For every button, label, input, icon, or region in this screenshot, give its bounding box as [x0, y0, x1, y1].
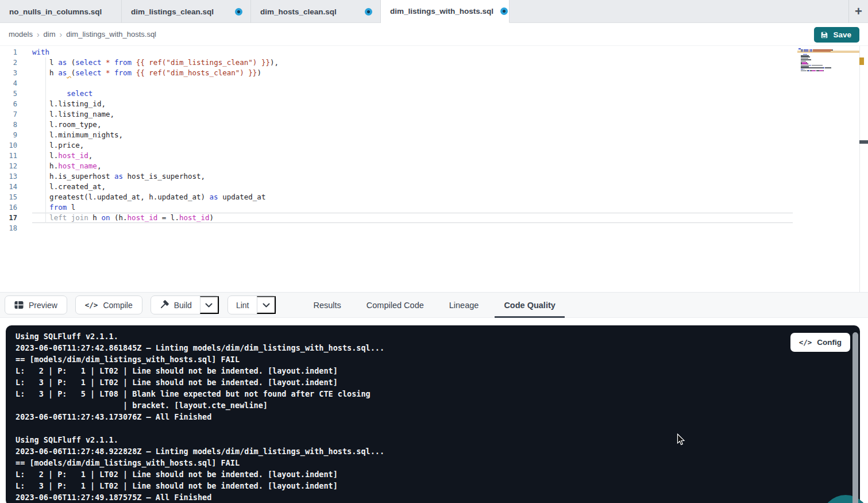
terminal-line: Using SQLFluff v2.1.1. [16, 331, 860, 342]
terminal-line: == [models/dim/dim_listings_with_hosts.s… [16, 457, 860, 469]
indent-guide [45, 57, 46, 223]
terminal-line: L: 3 | P: 1 | LT02 | Line should not be … [16, 480, 860, 492]
tab-label: Code Quality [504, 301, 555, 310]
line-number: 4 [0, 78, 32, 89]
lint-button[interactable]: Lint [228, 296, 257, 314]
terminal-line: L: 2 | P: 1 | LT02 | Line should not be … [16, 365, 860, 377]
code-line: 6 l.listing_id, [0, 99, 868, 109]
breadcrumb-file[interactable]: dim_listings_with_hosts.sql [66, 30, 156, 39]
terminal-line: 2023-06-06T11:27:42.861845Z — Linting mo… [16, 342, 860, 354]
floppy-disk-icon [820, 31, 828, 39]
editor-tabbar: no_nulls_in_columns.sql dim_listings_cle… [0, 0, 868, 23]
build-button[interactable]: Build [151, 296, 200, 314]
line-number: 16 [0, 202, 32, 213]
tab-label: Results [313, 301, 341, 310]
hammer-icon [159, 300, 169, 310]
terminal-output: Using SQLFluff v2.1.1.2023-06-06T11:27:4… [6, 325, 860, 503]
minimap[interactable] [798, 48, 840, 75]
code-line: 12 h.host_name, [0, 161, 868, 171]
line-number: 17 [0, 213, 32, 223]
chevron-down-icon [205, 303, 213, 308]
code-lines: 1with2 l as (select * from {{ ref("dim_l… [0, 46, 868, 233]
code-line: 10 l.price, [0, 140, 868, 151]
terminal-line: Using SQLFluff v2.1.1. [16, 434, 860, 446]
overview-ruler [859, 46, 860, 292]
terminal-line: == [models/dim/dim_listings_with_hosts.s… [16, 354, 860, 365]
new-tab-button[interactable]: + [848, 0, 868, 23]
tab-no-nulls-in-columns[interactable]: no_nulls_in_columns.sql [0, 0, 122, 23]
line-number: 12 [0, 161, 32, 171]
code-line: 4 [0, 78, 868, 89]
chevron-right-icon: › [37, 30, 40, 39]
tabbar-spacer [510, 0, 848, 22]
unsaved-changes-icon [365, 8, 372, 16]
build-dropdown-button[interactable] [200, 296, 219, 314]
code-line: 11 l.host_id, [0, 151, 868, 161]
line-number: 3 [0, 68, 32, 78]
code-icon: </> [799, 338, 812, 347]
code-line: 16 from l [0, 202, 868, 213]
breadcrumb-bar: models › dim › dim_listings_with_hosts.s… [0, 23, 868, 46]
config-button[interactable]: </> Config [790, 333, 850, 352]
code-line: 13 h.is_superhost as host_is_superhost, [0, 171, 868, 182]
tab-label: Compiled Code [367, 301, 424, 310]
breadcrumb-models[interactable]: models [9, 30, 33, 39]
result-tabs: Results Compiled Code Lineage Code Quali… [300, 293, 568, 317]
unsaved-changes-icon [500, 7, 508, 15]
plus-icon: + [855, 5, 862, 18]
code-line: 9 l.minimum_nights, [0, 130, 868, 140]
line-number: 7 [0, 109, 32, 120]
terminal-line: 2023-06-06T11:27:43.173076Z — All Finish… [16, 411, 860, 423]
tab-dim-listings-clean[interactable]: dim_listings_clean.sql [122, 0, 251, 23]
lint-label: Lint [236, 301, 249, 310]
code-line: 3 h as (select * from {{ ref("dim_hosts_… [0, 68, 868, 78]
tab-lineage[interactable]: Lineage [440, 293, 488, 317]
lint-dropdown-button[interactable] [257, 296, 276, 314]
code-line: 18 [0, 223, 868, 233]
line-number: 18 [0, 223, 32, 233]
lint-warning-marker[interactable] [859, 57, 864, 65]
chevron-right-icon: › [60, 30, 63, 39]
cursor-position-marker[interactable] [859, 140, 868, 144]
terminal-line: | bracket. [layout.cte_newline] [16, 400, 860, 411]
line-number: 15 [0, 192, 32, 202]
preview-button[interactable]: Preview [5, 295, 67, 314]
unsaved-changes-icon [235, 8, 242, 16]
tab-label: dim_listings_with_hosts.sql [390, 7, 493, 16]
config-label: Config [817, 338, 842, 347]
line-number: 10 [0, 140, 32, 151]
line-number: 11 [0, 151, 32, 161]
code-line: 8 l.room_type, [0, 120, 868, 130]
line-number: 2 [0, 57, 32, 68]
code-line: 17 left join h on (h.host_id = l.host_id… [0, 213, 868, 223]
tab-label: dim_listings_clean.sql [131, 7, 214, 16]
line-number: 5 [0, 89, 32, 99]
code-line: 5 select [0, 89, 868, 99]
table-icon [14, 301, 24, 309]
save-button[interactable]: Save [814, 27, 859, 43]
tab-dim-listings-with-hosts[interactable]: dim_listings_with_hosts.sql [381, 0, 510, 23]
lint-output-terminal: Using SQLFluff v2.1.1.2023-06-06T11:27:4… [6, 325, 860, 503]
terminal-line: 2023-06-06T11:27:48.922828Z — Linting mo… [16, 446, 860, 457]
code-icon: </> [85, 301, 98, 309]
line-number: 9 [0, 130, 32, 140]
line-number: 8 [0, 120, 32, 130]
tab-code-quality[interactable]: Code Quality [495, 293, 564, 317]
tab-dim-hosts-clean[interactable]: dim_hosts_clean.sql [251, 0, 381, 23]
terminal-line: 2023-06-06T11:27:49.187575Z — All Finish… [16, 492, 860, 503]
build-button-group: Build [151, 295, 219, 314]
terminal-line: L: 3 | P: 5 | LT08 | Blank line expected… [16, 388, 860, 400]
code-line: 2 l as (select * from {{ ref("dim_listin… [0, 57, 868, 68]
line-number: 1 [0, 47, 32, 57]
tab-compiled-code[interactable]: Compiled Code [357, 293, 433, 317]
code-line: 14 l.created_at, [0, 182, 868, 192]
action-toolbar: Preview </> Compile Build Lint [0, 292, 868, 318]
preview-label: Preview [29, 301, 57, 310]
compile-button[interactable]: </> Compile [75, 295, 142, 314]
tab-results[interactable]: Results [304, 293, 350, 317]
breadcrumb-dim[interactable]: dim [44, 30, 56, 39]
terminal-scrollbar[interactable] [852, 332, 858, 503]
line-number: 13 [0, 171, 32, 182]
code-editor[interactable]: 1with2 l as (select * from {{ ref("dim_l… [0, 46, 868, 292]
compile-label: Compile [103, 301, 132, 310]
